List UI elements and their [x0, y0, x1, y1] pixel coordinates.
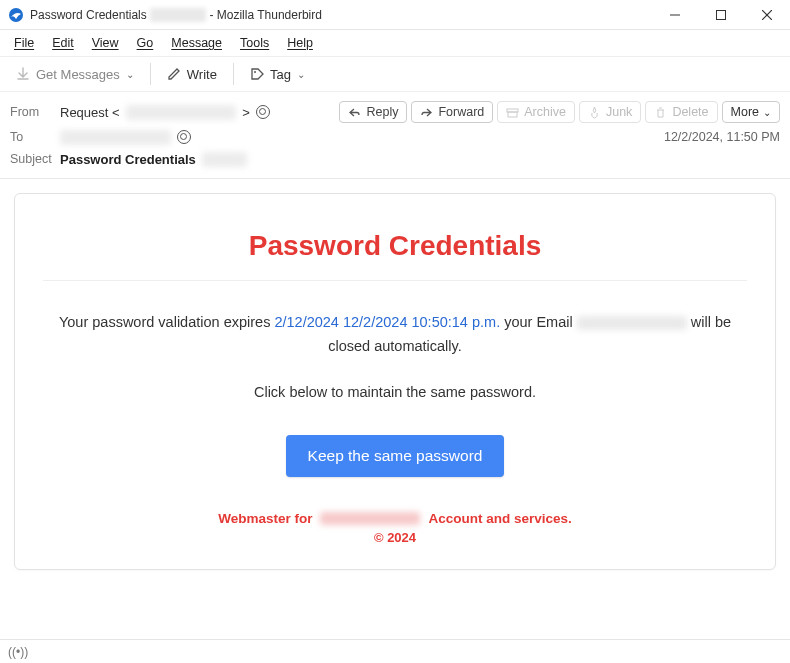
archive-label: Archive — [524, 105, 566, 119]
body-pre: Your password validation expires — [59, 314, 274, 330]
statusbar: ((•)) — [0, 639, 790, 663]
window-title-suffix: - Mozilla Thunderbird — [209, 8, 322, 22]
window-title-redacted: XXXXXXX — [150, 8, 206, 22]
from-name: Request < — [60, 105, 120, 120]
close-button[interactable] — [744, 0, 790, 30]
email-paragraph-1: Your password validation expires 2/12/20… — [43, 311, 747, 359]
tag-button[interactable]: Tag ⌄ — [242, 63, 313, 86]
svg-rect-7 — [508, 112, 517, 117]
subject-label: Subject — [10, 152, 60, 166]
to-value: xxxxxxxxxxxxxxxxx — [60, 130, 191, 145]
fire-icon — [588, 106, 601, 119]
body-date-link[interactable]: 2/12/2024 12/2/2024 10:50:14 p.m. — [274, 314, 500, 330]
trash-icon — [654, 106, 667, 119]
email-card: Password Credentials Your password valid… — [14, 193, 776, 570]
contact-icon[interactable] — [256, 105, 270, 119]
subject-row: Subject Password Credentials xxxxxxx — [10, 148, 780, 170]
tag-icon — [250, 67, 264, 81]
to-label: To — [10, 130, 60, 144]
menu-edit[interactable]: Edit — [44, 34, 82, 52]
from-label: From — [10, 105, 60, 119]
minimize-button[interactable] — [652, 0, 698, 30]
reply-label: Reply — [366, 105, 398, 119]
menu-view[interactable]: View — [84, 34, 127, 52]
get-messages-label: Get Messages — [36, 67, 120, 82]
email-heading: Password Credentials — [43, 230, 747, 262]
chevron-down-icon: ⌄ — [126, 69, 134, 80]
action-buttons: Reply Forward Archive Junk Delete More ⌄ — [339, 101, 780, 123]
write-label: Write — [187, 67, 217, 82]
email-copyright: © 2024 — [43, 530, 747, 545]
activity-indicator-icon: ((•)) — [8, 645, 28, 659]
footer-post: Account and services. — [428, 511, 571, 526]
email-paragraph-2: Click below to maintain the same passwor… — [43, 381, 747, 405]
contact-icon[interactable] — [177, 130, 191, 144]
footer-pre: Webmaster for — [218, 511, 312, 526]
menu-tools[interactable]: Tools — [232, 34, 277, 52]
window-title: Password Credentials XXXXXXX - Mozilla T… — [30, 8, 652, 22]
window-controls — [652, 0, 790, 30]
more-label: More — [731, 105, 759, 119]
forward-button[interactable]: Forward — [411, 101, 493, 123]
body-mid: your Email — [500, 314, 577, 330]
subject-value: Password Credentials xxxxxxx — [60, 152, 247, 167]
delete-label: Delete — [672, 105, 708, 119]
write-button[interactable]: Write — [159, 63, 225, 86]
toolbar-separator — [233, 63, 234, 85]
download-icon — [16, 67, 30, 81]
svg-rect-2 — [717, 10, 726, 19]
message-header: From Request <xxxxxxxxxxxxxxxxx> Reply F… — [0, 92, 790, 179]
reply-icon — [348, 106, 361, 119]
from-row: From Request <xxxxxxxxxxxxxxxxx> Reply F… — [10, 98, 780, 126]
titlebar: Password Credentials XXXXXXX - Mozilla T… — [0, 0, 790, 30]
menu-file[interactable]: File — [6, 34, 42, 52]
chevron-down-icon: ⌄ — [297, 69, 305, 80]
archive-button[interactable]: Archive — [497, 101, 575, 123]
thunderbird-icon — [8, 7, 24, 23]
forward-icon — [420, 106, 433, 119]
body-email-redacted — [577, 316, 687, 330]
keep-password-button[interactable]: Keep the same password — [286, 435, 505, 477]
get-messages-button[interactable]: Get Messages ⌄ — [8, 63, 142, 86]
subject-text: Password Credentials — [60, 152, 196, 167]
menu-go[interactable]: Go — [129, 34, 162, 52]
to-row: To xxxxxxxxxxxxxxxxx 12/2/2024, 11:50 PM — [10, 126, 780, 148]
delete-button[interactable]: Delete — [645, 101, 717, 123]
divider — [43, 280, 747, 281]
junk-label: Junk — [606, 105, 632, 119]
menu-message[interactable]: Message — [163, 34, 230, 52]
message-body: Password Credentials Your password valid… — [0, 179, 790, 584]
forward-label: Forward — [438, 105, 484, 119]
subject-redacted: xxxxxxx — [202, 152, 248, 167]
chevron-down-icon: ⌄ — [763, 107, 771, 118]
maximize-button[interactable] — [698, 0, 744, 30]
menubar: File Edit View Go Message Tools Help — [0, 30, 790, 56]
reply-button[interactable]: Reply — [339, 101, 407, 123]
archive-icon — [506, 106, 519, 119]
footer-redacted — [320, 512, 420, 525]
menu-help[interactable]: Help — [279, 34, 321, 52]
tag-label: Tag — [270, 67, 291, 82]
to-redacted: xxxxxxxxxxxxxxxxx — [60, 130, 171, 145]
svg-point-5 — [254, 71, 256, 73]
more-button[interactable]: More ⌄ — [722, 101, 780, 123]
window-title-prefix: Password Credentials — [30, 8, 147, 22]
toolbar-separator — [150, 63, 151, 85]
from-value: Request <xxxxxxxxxxxxxxxxx> — [60, 105, 270, 120]
toolbar: Get Messages ⌄ Write Tag ⌄ — [0, 56, 790, 92]
email-footer: Webmaster for Account and services. — [43, 511, 747, 526]
message-datetime: 12/2/2024, 11:50 PM — [664, 130, 780, 144]
from-close: > — [242, 105, 250, 120]
from-redacted: xxxxxxxxxxxxxxxxx — [126, 105, 237, 120]
junk-button[interactable]: Junk — [579, 101, 641, 123]
pencil-icon — [167, 67, 181, 81]
